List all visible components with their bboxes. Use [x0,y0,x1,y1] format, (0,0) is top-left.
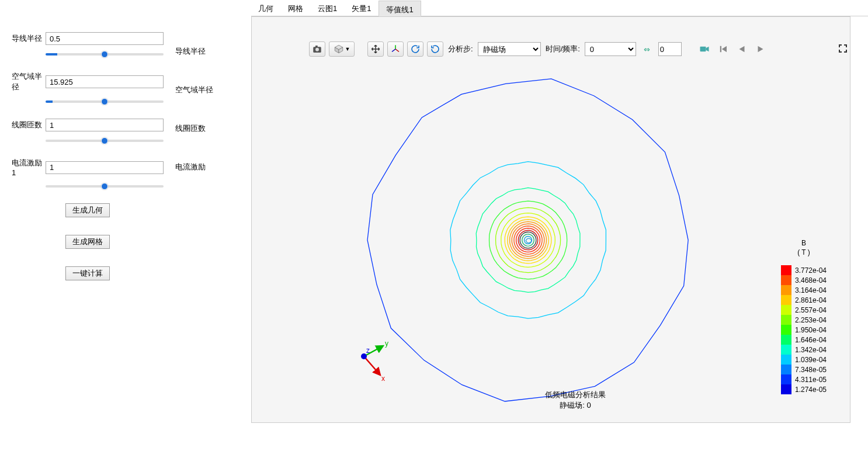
video-icon [699,43,710,55]
axis-icon [390,44,401,54]
svg-marker-24 [512,224,544,256]
color-legend: B ( T ) 3.772e-043.468e-043.164e-042.861… [781,239,827,394]
time-freq-label: 时间/频率: [546,44,580,54]
svg-marker-20 [501,213,555,268]
fullscreen-button[interactable] [838,44,848,55]
legend-entry: 1.646e-04 [781,335,827,345]
contour-plot[interactable] [252,58,850,422]
legend-value: 1.342e-04 [795,346,827,354]
svg-line-8 [392,49,395,52]
legend-value: 3.468e-04 [795,276,827,284]
coil-turns-slider[interactable] [46,140,164,142]
view-tabs: 几何网格云图1矢量1等值线1 [251,0,868,16]
svg-rect-9 [700,47,706,51]
result-caption: 低频电磁分析结果 静磁场: 0 [545,390,606,411]
legend-entry: 3.772e-04 [781,265,827,275]
tab-2[interactable]: 云图1 [311,0,345,16]
tab-1[interactable]: 网格 [281,0,311,16]
air-radius-slider[interactable] [46,100,164,103]
svg-text:y: y [385,339,388,348]
prev-frame-button[interactable] [734,42,749,56]
axis-button[interactable] [387,41,404,57]
svg-marker-12 [722,46,727,53]
legend-entry: 1.274e-05 [781,384,827,394]
legend-entry: 7.348e-05 [781,365,827,374]
legend-field: B [801,239,806,247]
air-radius-input[interactable] [46,75,164,88]
viewport[interactable]: ▼ 分析步: 静磁场 时间/频率: 0 ⇔ [251,16,850,423]
legend-entry: 1.950e-04 [781,325,827,335]
legend-swatch [781,305,791,315]
next-frame-button[interactable] [753,42,768,56]
legend-swatch [781,285,791,295]
svg-marker-23 [510,221,547,258]
frame-spinner[interactable] [658,42,682,56]
wire-radius-slider[interactable] [46,53,164,55]
legend-swatch [781,365,791,374]
prev-icon [737,44,747,54]
view-cube-button[interactable]: ▼ [329,41,355,57]
caption-wire-radius: 导线半径 [175,32,251,71]
legend-value: 3.772e-04 [795,266,827,275]
tab-4[interactable]: 等值线1 [379,1,421,16]
link-icon[interactable]: ⇔ [640,42,655,56]
current-exc-input[interactable] [46,161,164,174]
rotate-cw-icon [410,44,421,54]
svg-rect-11 [720,46,721,53]
legend-entry: 2.253e-04 [781,315,827,325]
orientation-triad: y x z [351,339,398,387]
caption-current-exc: 电流激励 [175,148,251,186]
svg-rect-2 [315,46,318,47]
analysis-step-select[interactable]: 静磁场 [478,42,541,56]
svg-text:z: z [366,346,370,355]
record-button[interactable] [697,42,712,56]
svg-marker-16 [450,162,606,319]
tab-3[interactable]: 矢量1 [345,0,379,16]
current-exc-slider[interactable] [46,185,164,188]
svg-marker-19 [496,207,561,272]
next-icon [755,44,766,54]
legend-value: 3.164e-04 [795,286,827,294]
svg-marker-29 [522,234,534,246]
svg-marker-14 [758,46,763,53]
svg-point-1 [315,48,319,51]
coil-turns-label: 线圈匝数 [12,120,46,130]
legend-swatch [781,355,791,365]
legend-swatch [781,315,791,325]
legend-entry: 2.861e-04 [781,295,827,305]
legend-value: 2.557e-04 [795,306,827,314]
legend-value: 1.646e-04 [795,336,827,344]
rotate-ccw-icon [430,44,440,54]
legend-entry: 1.039e-04 [781,355,827,365]
svg-text:x: x [381,374,385,383]
caption-coil-turns: 线圈匝数 [175,109,251,148]
legend-swatch [781,345,791,355]
legend-swatch [781,275,791,285]
caption-air-radius: 空气域半径 [175,71,251,109]
screenshot-button[interactable] [309,41,325,57]
legend-value: 7.348e-05 [795,366,827,374]
legend-swatch [781,295,791,305]
air-radius-label: 空气域半径 [12,71,46,92]
rotate-ccw-button[interactable] [427,41,443,57]
pan-button[interactable] [367,41,384,57]
generate-mesh-button[interactable]: 生成网格 [65,235,110,249]
compute-button[interactable]: 一键计算 [65,266,110,280]
tab-0[interactable]: 几何 [251,0,281,16]
rotate-cw-button[interactable] [407,41,423,57]
svg-line-32 [364,356,380,375]
legend-entry: 2.557e-04 [781,305,827,315]
wire-radius-label: 导线半径 [12,33,46,44]
svg-marker-15 [367,79,688,401]
first-frame-button[interactable] [716,42,731,56]
cube-icon [334,44,344,54]
legend-swatch [781,325,791,335]
legend-value: 2.253e-04 [795,316,827,324]
legend-value: 2.861e-04 [795,296,827,304]
time-freq-select[interactable]: 0 [585,42,636,56]
generate-geometry-button[interactable]: 生成几何 [65,203,110,217]
coil-turns-input[interactable] [46,119,164,131]
wire-radius-input[interactable] [46,32,164,45]
legend-unit: ( T ) [797,248,810,256]
camera-icon [312,44,322,54]
